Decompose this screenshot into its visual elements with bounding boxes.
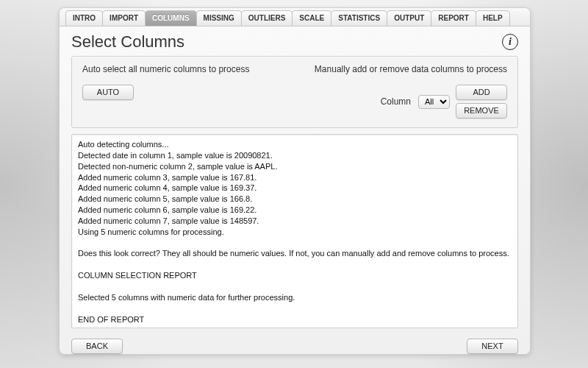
tab-columns[interactable]: COLUMNS bbox=[145, 10, 197, 26]
controls-box: Auto select all numeric columns to proce… bbox=[71, 56, 518, 128]
tab-import[interactable]: IMPORT bbox=[102, 10, 146, 26]
column-label: Column bbox=[381, 96, 411, 107]
window-background: INTRO IMPORT COLUMNS MISSING OUTLIERS SC… bbox=[0, 0, 588, 368]
next-button[interactable]: NEXT bbox=[467, 339, 518, 354]
tab-bar: INTRO IMPORT COLUMNS MISSING OUTLIERS SC… bbox=[60, 8, 530, 26]
tab-report[interactable]: REPORT bbox=[431, 10, 476, 26]
heading-row: Select Columns i bbox=[71, 32, 518, 52]
remove-button[interactable]: REMOVE bbox=[456, 103, 507, 118]
tab-intro[interactable]: INTRO bbox=[65, 10, 103, 26]
page-title: Select Columns bbox=[71, 32, 184, 52]
main-panel: INTRO IMPORT COLUMNS MISSING OUTLIERS SC… bbox=[59, 7, 531, 355]
report-textarea[interactable]: Auto detecting columns... Detected date … bbox=[71, 134, 518, 328]
tab-missing[interactable]: MISSING bbox=[196, 10, 242, 26]
add-button[interactable]: ADD bbox=[456, 85, 507, 100]
footer-nav: BACK NEXT bbox=[71, 339, 518, 354]
auto-select-label: Auto select all numeric columns to proce… bbox=[82, 64, 249, 74]
auto-button[interactable]: AUTO bbox=[82, 85, 134, 100]
controls-left: Auto select all numeric columns to proce… bbox=[82, 64, 249, 118]
tab-scale[interactable]: SCALE bbox=[292, 10, 331, 26]
controls-right: Manually add or remove data columns to p… bbox=[315, 64, 507, 118]
tab-outliers[interactable]: OUTLIERS bbox=[241, 10, 293, 26]
tab-help[interactable]: HELP bbox=[476, 10, 510, 26]
add-remove-group: ADD REMOVE bbox=[456, 85, 507, 118]
manual-select-label: Manually add or remove data columns to p… bbox=[315, 64, 507, 74]
back-button[interactable]: BACK bbox=[71, 339, 123, 354]
panel-body: Select Columns i Auto select all numeric… bbox=[60, 26, 530, 363]
info-icon[interactable]: i bbox=[502, 34, 518, 50]
column-select[interactable]: All bbox=[418, 95, 450, 109]
tab-statistics[interactable]: STATISTICS bbox=[331, 10, 387, 26]
tab-output[interactable]: OUTPUT bbox=[387, 10, 431, 26]
